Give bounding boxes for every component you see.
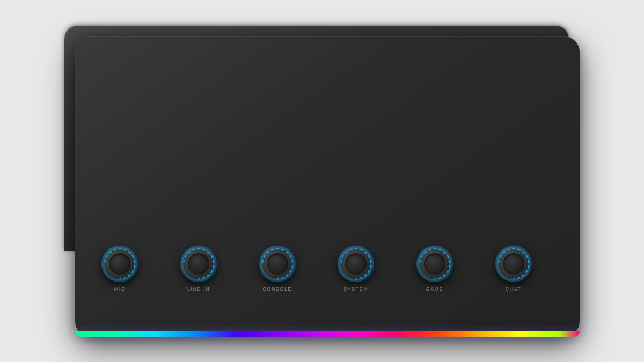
- game-knob-inner: [424, 253, 445, 275]
- mic-knob-label: MIC: [114, 286, 126, 292]
- console-knob-inner: [267, 253, 288, 275]
- device-body: [75, 36, 580, 337]
- rgb-strip: [75, 331, 580, 337]
- chat-knob[interactable]: [495, 246, 532, 282]
- chat-knob-unit: CHAT: [495, 246, 532, 292]
- line-in-knob-label: LINE IN: [187, 286, 210, 292]
- line-in-knob-unit: LINE IN: [180, 246, 217, 292]
- mic-knob[interactable]: [101, 246, 138, 282]
- system-knob-label: SYSTEM: [343, 286, 368, 292]
- line-in-knob-inner: [188, 253, 209, 275]
- line-in-big-knob[interactable]: [180, 246, 217, 282]
- game-knob-unit: GAME: [416, 246, 453, 292]
- knobs-row: MIC LINE IN CONSOLE SYSTEM GAME: [64, 246, 569, 292]
- console-knob-unit: CONSOLE: [259, 246, 296, 292]
- chat-knob-inner: [503, 253, 524, 275]
- console-knob-label: CONSOLE: [262, 286, 292, 292]
- system-knob-unit: SYSTEM: [338, 246, 374, 292]
- system-knob-inner: [345, 253, 367, 275]
- console-knob[interactable]: [259, 246, 296, 282]
- chat-knob-label: CHAT: [506, 286, 522, 292]
- game-knob-label: GAME: [426, 286, 444, 292]
- device: LIVE STREAMER NEXUS AVerMedia OUT: [64, 26, 580, 337]
- system-knob[interactable]: [338, 246, 374, 282]
- mic-knob-inner: [109, 253, 130, 275]
- game-knob[interactable]: [416, 246, 453, 282]
- mic-knob-unit: MIC: [101, 246, 138, 292]
